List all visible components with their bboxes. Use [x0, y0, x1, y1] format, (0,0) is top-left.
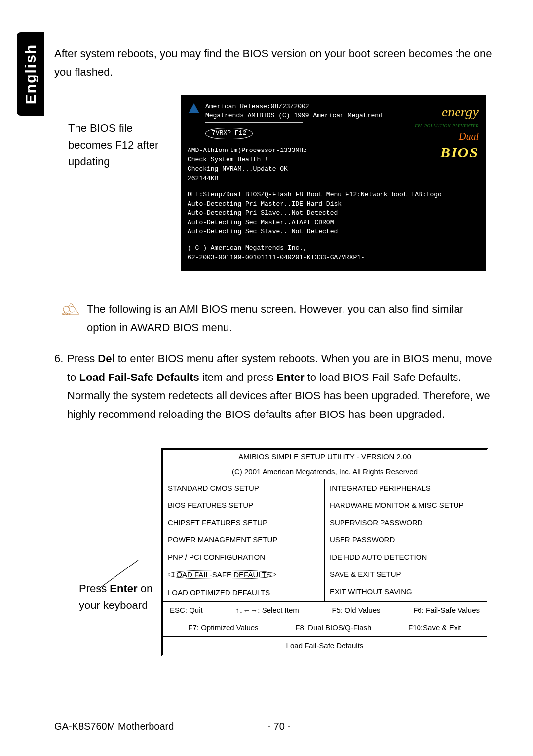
ami-right-col: INTEGRATED PERIPHERALS HARDWARE MONITOR …: [325, 479, 487, 601]
boot-det3: Auto-Detecting Sec Master..ATAPI CDROM: [188, 218, 479, 227]
menu-item[interactable]: LOAD OPTIMIZED DEFAULTS: [163, 584, 324, 601]
language-tab: English: [17, 32, 44, 116]
menu-item[interactable]: POWER MANAGEMENT SETUP: [163, 531, 324, 548]
menu-item[interactable]: SUPERVISOR PASSWORD: [325, 514, 487, 531]
press-enter-label: Press Enter on your keyboard: [79, 448, 155, 614]
menu-item[interactable]: HARDWARE MONITOR & MISC SETUP: [325, 496, 487, 514]
load-failsafe-label: Load Fail-Safe Defaults: [79, 371, 199, 383]
f7-hint: F7: Optimized Values: [188, 623, 258, 632]
boot-vendor-line1: American Release:08/23/2002: [205, 102, 382, 112]
menu-item[interactable]: SAVE & EXIT SETUP: [325, 566, 487, 583]
product-name: GA-K8S760M Motherboard: [54, 721, 174, 732]
step-6-text: Press Del to enter BIOS menu after syste…: [67, 349, 503, 423]
bios-text: BIOS: [415, 142, 479, 163]
ami-logo-icon: [188, 102, 200, 115]
f8-hint: F8: Dual BIOS/Q-Flash: [295, 623, 371, 632]
menu-item-load-failsafe[interactable]: LOAD FAIL-SAFE DEFAULTS: [163, 566, 324, 584]
enter-key: Enter: [276, 371, 304, 383]
note-paragraph: The following is an AMI BIOS menu screen…: [85, 300, 503, 337]
f5-hint: F5: Old Values: [332, 606, 380, 614]
boot-mem: 262144KB: [188, 174, 479, 184]
svg-marker-0: [189, 103, 199, 113]
intro-paragraph: After system reboots, you may find the B…: [54, 44, 503, 81]
note-block: NOTE The following is an AMI BIOS menu s…: [62, 300, 503, 337]
step-number: 6.: [54, 349, 67, 423]
ami-key-row2: F7: Optimized Values F8: Dual BIOS/Q-Fla…: [163, 619, 487, 636]
step-6: 6. Press Del to enter BIOS menu after sy…: [54, 349, 503, 423]
language-label: English: [22, 44, 39, 104]
energy-logo-icon: energy: [442, 104, 479, 119]
menu-item[interactable]: PNP / PCI CONFIGURATION: [163, 548, 324, 566]
f6-hint: F6: Fail-Safe Values: [413, 606, 480, 614]
svg-point-2: [69, 306, 75, 312]
note-icon: NOTE: [62, 302, 80, 316]
menu-item[interactable]: USER PASSWORD: [325, 531, 487, 548]
boot-version-box: 7VRXP F12: [205, 128, 253, 139]
boot-det4: Auto-Detecting Sec Slave.. Not Detected: [188, 227, 479, 237]
ami-title2: (C) 2001 American Megatrends, Inc. All R…: [163, 464, 487, 479]
ami-key-row1: ESC: Quit ↑↓←→: Select Item F5: Old Valu…: [163, 601, 487, 619]
menu-item[interactable]: IDE HDD AUTO DETECTION: [325, 548, 487, 566]
boot-screen-callout: The BIOS file becomes F12 after updating…: [68, 95, 503, 271]
boot-copyright: ( C ) American Megatrends Inc.,: [188, 244, 479, 253]
menu-item[interactable]: BIOS FEATURES SETUP: [163, 496, 324, 514]
f10-hint: F10:Save & Exit: [408, 623, 461, 632]
ami-title1: AMIBIOS SIMPLE SETUP UTILITY - VERSION 2…: [163, 450, 487, 464]
nav-hint: ↑↓←→: Select Item: [235, 606, 299, 614]
svg-point-1: [63, 306, 69, 312]
ami-left-col: STANDARD CMOS SETUP BIOS FEATURES SETUP …: [163, 479, 325, 601]
callout-label: The BIOS file becomes F12 after updating: [68, 95, 172, 170]
menu-item[interactable]: STANDARD CMOS SETUP: [163, 479, 324, 496]
esc-hint: ESC: Quit: [170, 606, 203, 614]
epa-text: EPA POLLUTION PREVENTER: [415, 123, 479, 129]
page-number: - 70 -: [267, 721, 291, 732]
boot-det1: Auto-Detecting Pri Master..IDE Hard Disk: [188, 200, 479, 209]
svg-text:NOTE: NOTE: [62, 313, 71, 316]
boot-screen: American Release:08/23/2002 Megatrends A…: [181, 95, 486, 271]
del-key: Del: [98, 352, 114, 365]
menu-item[interactable]: EXIT WITHOUT SAVING: [325, 583, 487, 600]
bios-logo: energy EPA POLLUTION PREVENTER Dual BIOS: [415, 102, 479, 163]
menu-item[interactable]: INTEGRATED PERIPHERALS: [325, 479, 487, 496]
ami-bios-menu: AMIBIOS SIMPLE SETUP UTILITY - VERSION 2…: [161, 448, 488, 656]
boot-serial: 62-2003-001199-00101111-040201-KT333-GA7…: [188, 253, 479, 263]
boot-det2: Auto-Detecting Pri Slave...Not Detected: [188, 209, 479, 218]
enter-key-label: Enter: [110, 582, 137, 595]
boot-nvram: Checking NVRAM...Update OK: [188, 165, 479, 174]
ami-footer: Load Fail-Safe Defaults: [163, 636, 487, 655]
page-footer: GA-K8S760M Motherboard - 70 -: [54, 717, 479, 732]
menu-item[interactable]: CHIPSET FEATURES SETUP: [163, 514, 324, 531]
page-content: After system reboots, you may find the B…: [54, 44, 503, 656]
boot-del-line: DEL:Steup/Dual BIOS/Q-Flash F8:Boot Menu…: [188, 190, 479, 200]
boot-vendor-line2: Megatrends AMIBIOS (C) 1999 American Meg…: [205, 112, 382, 121]
bios-menu-block: Press Enter on your keyboard AMIBIOS SIM…: [79, 448, 503, 656]
